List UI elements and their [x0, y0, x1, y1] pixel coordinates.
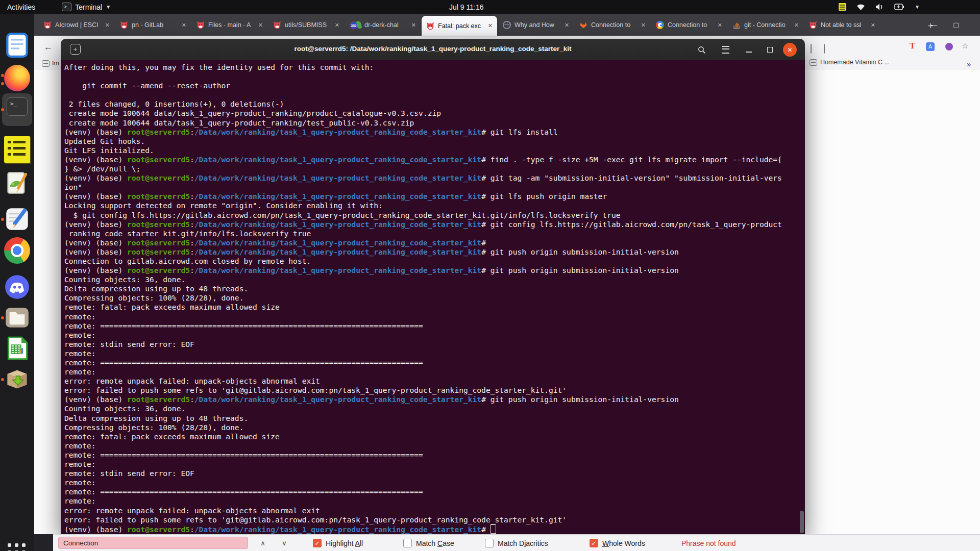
tab-close-icon[interactable]: ✕: [486, 21, 494, 30]
tab-close-icon[interactable]: ✕: [104, 21, 111, 30]
derk-favicon: 352: [350, 21, 361, 29]
google-favicon: [656, 21, 664, 29]
tab-title: dr-derk-chal: [364, 21, 406, 29]
bookmark-item-left[interactable]: Im: [42, 60, 59, 67]
terminal-line: (venv) (base) root@serverrd5:/Data/work/…: [64, 192, 805, 201]
terminal-scrollbar-thumb[interactable]: [800, 511, 804, 533]
dock-item-discord[interactable]: [4, 274, 30, 300]
tab-close-icon[interactable]: ✕: [793, 21, 800, 30]
checkbox-unchecked-icon[interactable]: [485, 539, 494, 547]
tab-close-icon[interactable]: ✕: [410, 21, 418, 30]
tab-close-icon[interactable]: ✕: [869, 21, 877, 30]
bookmark-star-icon[interactable]: ☆: [962, 41, 968, 51]
find-input[interactable]: [58, 537, 248, 549]
running-indicator-dot: [1, 316, 4, 319]
tab-close-icon[interactable]: ✕: [563, 21, 571, 30]
dock-item-chrome[interactable]: [4, 237, 30, 264]
terminal-menu-button[interactable]: [719, 43, 732, 57]
tab-title: Connection to: [591, 21, 636, 29]
gnome-top-bar: Activities >_ Terminal ▼ Jul 9 11:16 ▼: [0, 0, 980, 14]
dock-item-libreoffice-calc[interactable]: [4, 335, 30, 362]
tab-title: Why and How: [514, 21, 559, 29]
sidebar-icon[interactable]: [811, 44, 812, 54]
dock-item-sticky-notes[interactable]: [4, 136, 30, 163]
chevron-down-icon: ▼: [106, 4, 111, 10]
find-previous-button[interactable]: ∧: [256, 537, 270, 548]
browser-tab-2[interactable]: pn · GitLab✕: [115, 16, 191, 34]
checkbox-unchecked-icon[interactable]: [403, 539, 412, 547]
terminal-line: remote:: [64, 478, 805, 487]
browser-tab-6[interactable]: Fatal: pack exc✕: [422, 16, 497, 36]
clock[interactable]: Jul 9 11:16: [449, 0, 483, 14]
browser-tab-10[interactable]: git - Connectio✕: [728, 16, 803, 34]
tab-close-icon[interactable]: ✕: [180, 21, 188, 30]
bookmark-item-right[interactable]: Homemade Vitamin C ...: [810, 59, 890, 66]
dock-item-firefox[interactable]: [4, 65, 30, 91]
tab-close-icon[interactable]: ✕: [716, 21, 724, 30]
dock-item-files[interactable]: [4, 305, 30, 331]
find-option-highlight-all[interactable]: ✓Highlight All: [313, 535, 363, 551]
bookmarks-overflow-chevron[interactable]: »: [967, 60, 971, 68]
browser-tab-4[interactable]: utils/SUBMISS✕: [268, 16, 344, 34]
terminal-maximize-button[interactable]: [763, 43, 777, 57]
tab-close-icon[interactable]: ✕: [640, 21, 647, 30]
terminal-output[interactable]: After doing this, you may fix the identi…: [61, 60, 805, 534]
terminal-line: error: remote unpack failed: unpack-obje…: [64, 377, 805, 386]
find-option-label: Whole Words: [602, 539, 645, 547]
reader-icon[interactable]: [824, 44, 825, 54]
tab-title: Files · main · A: [208, 21, 253, 29]
running-indicator-dot: [1, 108, 4, 111]
terminal-line: (venv) (base) root@serverrd5:/Data/work/…: [64, 155, 805, 164]
browser-tab-5[interactable]: 352dr-derk-chal✕: [345, 16, 421, 34]
window-minimize-button[interactable]: —: [930, 21, 937, 29]
browser-tab-8[interactable]: Connection to✕: [575, 16, 650, 34]
find-option-whole-words[interactable]: ✓Whole Words: [590, 535, 645, 551]
extension-purple-icon[interactable]: [945, 43, 953, 51]
back-button[interactable]: ←: [44, 42, 53, 53]
dock-item-text-editor[interactable]: [4, 206, 30, 233]
translate-icon[interactable]: A: [926, 42, 935, 51]
dock-item-package-installer[interactable]: [4, 366, 30, 393]
find-option-match-case[interactable]: Match Case: [403, 535, 454, 551]
discord-icon: [4, 274, 30, 300]
checkbox-checked-icon[interactable]: ✓: [313, 539, 322, 547]
minimize-icon: [746, 52, 752, 53]
find-option-match-diacritics[interactable]: Match Diacritics: [485, 535, 548, 551]
tab-close-icon[interactable]: ✕: [333, 21, 341, 30]
terminal-minimize-button[interactable]: [742, 43, 755, 57]
find-next-button[interactable]: ∨: [278, 537, 291, 548]
system-tray[interactable]: ▼: [839, 0, 920, 14]
text-editor-icon: [4, 206, 30, 233]
terminal-line: Delta compression using up to 48 threads…: [64, 284, 805, 293]
volume-icon: [875, 3, 884, 11]
dock-item-terminal[interactable]: >_: [4, 96, 30, 123]
tab-close-icon[interactable]: ✕: [257, 21, 264, 30]
dock-item-notes-app[interactable]: [4, 32, 30, 59]
terminal-line: (venv) (base) root@serverrd5:/Data/work/…: [64, 128, 805, 137]
dock-item-app-grid[interactable]: [4, 542, 30, 551]
browser-tab-7[interactable]: Why and How✕: [498, 16, 574, 34]
browser-tab-3[interactable]: Files · main · A✕: [192, 16, 267, 34]
terminal-line: error: remote unpack failed: unpack-obje…: [64, 506, 805, 515]
battery-icon: [894, 4, 904, 10]
sphere-favicon: [503, 21, 511, 29]
dock-item-notepad-plus-plus[interactable]: [4, 170, 30, 196]
aicrowd-favicon: [426, 22, 434, 30]
find-status-message: Phrase not found: [681, 535, 736, 551]
window-maximize-button[interactable]: ▢: [953, 21, 959, 29]
extension-t-icon[interactable]: T: [910, 41, 915, 51]
browser-tab-1[interactable]: AIcrowd | ESCI✕: [39, 16, 114, 34]
terminal-search-button[interactable]: [695, 43, 708, 57]
browser-tab-11[interactable]: Not able to ssl✕: [804, 16, 880, 34]
findbar-left-gap: [34, 534, 53, 551]
stackoverflow-favicon: [732, 21, 741, 29]
terminal-close-button[interactable]: ✕: [783, 43, 797, 57]
sticky-notes-indicator-icon: [839, 3, 846, 11]
checkbox-checked-icon[interactable]: ✓: [590, 539, 598, 547]
terminal-header-bar[interactable]: + root@serverrd5: /Data/work/ranking/tas…: [61, 39, 805, 61]
app-menu-button[interactable]: >_ Terminal ▼: [62, 3, 111, 11]
activities-button[interactable]: Activities: [7, 3, 35, 11]
browser-tab-9[interactable]: Connection to✕: [651, 16, 727, 34]
terminal-line: remote:: [64, 496, 805, 506]
terminal-line: $ git config lfs.https://gitlab.aicrowd.…: [64, 211, 805, 220]
